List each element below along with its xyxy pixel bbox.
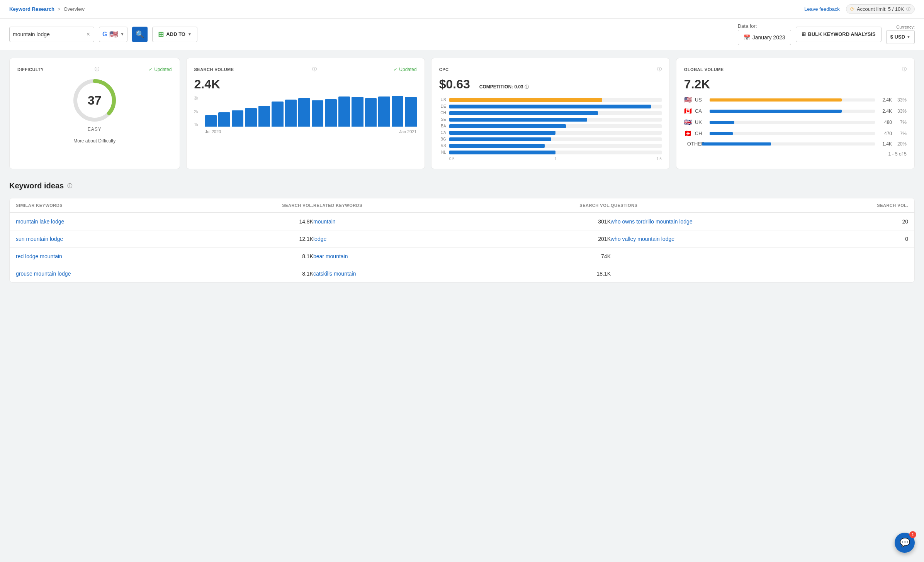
hbar-row: SE [439, 117, 662, 122]
hbar-row: BA [439, 124, 662, 128]
hbar-country-label: US [439, 98, 446, 102]
chart-x-labels: Jul 2020 Jan 2021 [205, 129, 417, 134]
hbar-country-label: NL [439, 150, 446, 154]
global-bar-fill [710, 132, 733, 135]
google-engine-selector[interactable]: G 🇺🇸 ▼ [99, 27, 127, 42]
x-label-start: Jul 2020 [205, 129, 221, 134]
difficulty-circle-wrapper: 37 EASY More about Difficulty [17, 77, 172, 144]
y-label-1k: 1k [194, 123, 199, 127]
bar [312, 100, 324, 127]
hbar-row: CH [439, 111, 662, 115]
bar [218, 112, 230, 127]
global-volume-info-icon[interactable]: ⓘ [902, 66, 907, 73]
search-button[interactable]: 🔍 [132, 27, 148, 42]
hbar-country-label: CH [439, 111, 446, 115]
hbar-track [449, 144, 662, 148]
calendar-icon: 📅 [744, 34, 750, 41]
date-picker-button[interactable]: 📅 January 2023 [738, 30, 791, 45]
global-bar-track [710, 98, 875, 102]
similar-keyword-link[interactable]: red lodge mountain [16, 253, 275, 259]
cpc-x-1: 1 [554, 157, 557, 161]
search-volume-title: SEARCH VOLUME [194, 67, 234, 72]
leave-feedback-link[interactable]: Leave feedback [804, 6, 840, 12]
global-volume-row: 🇨🇭 CH 470 7% [684, 130, 907, 137]
global-bar-track [710, 121, 875, 124]
search-volume-info-icon[interactable]: ⓘ [312, 66, 317, 73]
bar [325, 99, 337, 127]
hbar-country-label: SE [439, 117, 446, 122]
top-nav: Keyword Research > Overview Leave feedba… [0, 0, 924, 19]
hbar-row: RS [439, 144, 662, 148]
related-keyword-link[interactable]: catskills mountain [313, 271, 572, 277]
country-flag: 🇨🇦 [684, 107, 692, 115]
th-questions: QUESTIONS [611, 203, 870, 208]
global-volume-card-header: GLOBAL VOLUME ⓘ [684, 66, 907, 73]
currency-value: $ USD [890, 34, 905, 40]
difficulty-info-icon[interactable]: ⓘ [95, 66, 99, 73]
cpc-card-header: CPC ⓘ [439, 66, 662, 73]
app-name[interactable]: Keyword Research [9, 6, 54, 12]
competition-info-icon[interactable]: ⓘ [525, 85, 529, 89]
search-volume-card: SEARCH VOLUME ⓘ ✓ Updated 2.4K 3k 2k 1k … [186, 58, 425, 169]
global-volume-row: 🇺🇸 US 2.4K 33% [684, 96, 907, 103]
hbar-fill [449, 124, 566, 128]
cpc-main: $0.63 COMPETITION: 0.03 ⓘ [439, 77, 662, 91]
cpc-info-icon[interactable]: ⓘ [657, 66, 662, 73]
search-input-wrapper: × [9, 27, 94, 42]
hbar-track [449, 124, 662, 128]
google-logo: G [102, 31, 107, 38]
keywords-table: SIMILAR KEYWORDS SEARCH VOL. RELATED KEY… [9, 198, 915, 283]
similar-vol-cell: 12.1K [275, 236, 313, 242]
hbar-country-label: CA [439, 130, 446, 135]
search-input[interactable] [13, 31, 86, 37]
similar-vol-cell: 8.1K [275, 271, 313, 277]
bulk-keyword-analysis-button[interactable]: ⊞ BULK KEYWORD ANALYSIS [796, 27, 882, 42]
bar [205, 115, 217, 127]
clear-button[interactable]: × [86, 30, 91, 39]
country-flag: 🇬🇧 [684, 118, 692, 126]
difficulty-title: DIFFICULTY [17, 67, 44, 72]
hbar-track [449, 151, 662, 154]
add-to-button[interactable]: ⊞ ADD TO ▼ [152, 27, 197, 42]
related-vol-cell: 301K [572, 218, 611, 225]
question-keyword-link[interactable]: who valley mountain lodge [611, 236, 870, 242]
check-icon-sv: ✓ [394, 67, 397, 72]
global-pct: 7% [895, 120, 907, 125]
difficulty-value: 37 [88, 93, 102, 108]
similar-keyword-link[interactable]: mountain lake lodge [16, 218, 275, 225]
search-volume-card-header: SEARCH VOLUME ⓘ ✓ Updated [194, 66, 417, 73]
hbar-country-label: BA [439, 124, 446, 128]
cpc-value: $0.63 [439, 77, 470, 91]
global-bar-track [702, 142, 875, 146]
more-about-difficulty-link[interactable]: More about Difficulty [73, 138, 116, 144]
related-vol-cell: 74K [572, 253, 611, 259]
global-volume-row: 🇬🇧 UK 480 7% [684, 118, 907, 126]
related-keyword-link[interactable]: mountain [313, 218, 572, 225]
global-bar-fill [710, 98, 842, 102]
bar [365, 98, 377, 127]
hbar-fill [449, 151, 555, 154]
hbar-row: US [439, 98, 662, 102]
check-icon: ✓ [149, 67, 153, 72]
similar-keyword-link[interactable]: grouse mountain lodge [16, 271, 275, 277]
related-vol-cell: 18.1K [572, 271, 611, 277]
global-pct: 20% [895, 141, 907, 147]
bar [232, 110, 244, 127]
bar [405, 97, 417, 127]
competition-info: COMPETITION: 0.03 ⓘ [479, 84, 529, 90]
question-keyword-link[interactable]: who owns tordrillo mountain lodge [611, 218, 870, 225]
keyword-ideas-info-icon[interactable]: ⓘ [67, 183, 72, 190]
cards-row: DIFFICULTY ⓘ ✓ Updated 37 EASY More abou… [9, 58, 915, 169]
difficulty-updated-badge: ✓ Updated [149, 67, 172, 72]
related-keyword-link[interactable]: bear mountain [313, 253, 572, 259]
country-flag: 🇺🇸 [109, 30, 118, 39]
cpc-title: CPC [439, 67, 449, 72]
cpc-x-2: 1.5 [656, 157, 662, 161]
global-bar-track [710, 132, 875, 135]
currency-selector[interactable]: $ USD ▼ [886, 30, 915, 44]
similar-keyword-link[interactable]: sun mountain lodge [16, 236, 275, 242]
question-vol-cell: 20 [870, 218, 908, 225]
competition-value: 0.03 [514, 84, 523, 90]
related-keyword-link[interactable]: lodge [313, 236, 572, 242]
global-volume-rows: 🇺🇸 US 2.4K 33% 🇨🇦 CA 2.4K 33% 🇬🇧 UK 480 … [684, 96, 907, 147]
